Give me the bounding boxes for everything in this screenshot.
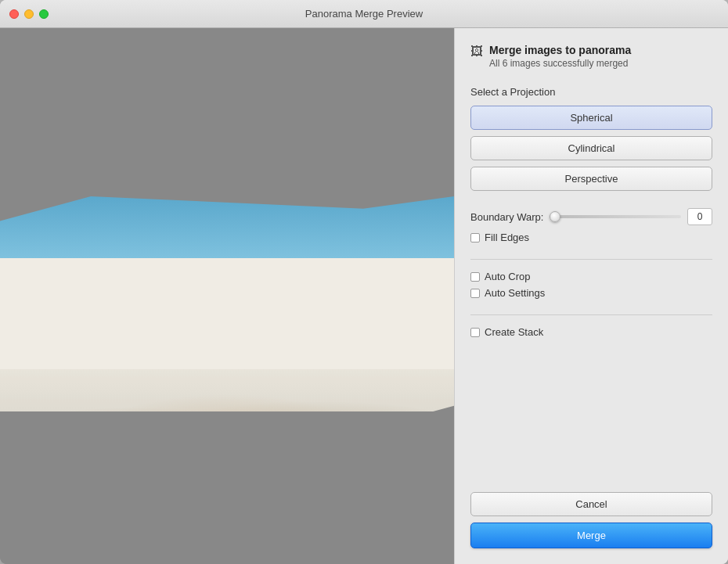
perspective-button[interactable]: Perspective <box>470 167 712 191</box>
bottom-buttons: Cancel Merge <box>470 492 712 548</box>
auto-settings-label: Auto Settings <box>485 287 545 299</box>
divider-2 <box>470 314 712 315</box>
right-panel: 🖼 Merge images to panorama All 6 images … <box>454 28 728 564</box>
content-area: 🖼 Merge images to panorama All 6 images … <box>0 28 728 564</box>
fill-edges-label: Fill Edges <box>485 232 529 243</box>
traffic-lights <box>9 9 49 19</box>
merge-button[interactable]: Merge <box>470 523 712 548</box>
create-stack-row: Create Stack <box>470 326 712 338</box>
panel-subtitle: All 6 images successfully merged <box>489 58 631 69</box>
bottom-gray-area <box>0 411 454 564</box>
panel-header: 🖼 Merge images to panorama All 6 images … <box>470 44 712 69</box>
top-gray-area <box>0 28 454 196</box>
merge-icon: 🖼 <box>470 45 483 59</box>
auto-crop-label: Auto Crop <box>485 271 531 282</box>
panel-title: Merge images to panorama <box>489 44 631 56</box>
building-body <box>0 258 454 382</box>
create-stack-checkbox[interactable] <box>470 328 480 337</box>
auto-crop-checkbox[interactable] <box>470 272 480 282</box>
boundary-warp-label: Boundary Warp: <box>470 211 543 223</box>
slider-thumb[interactable] <box>550 211 560 222</box>
boundary-warp-row: Boundary Warp: 0 <box>470 208 712 225</box>
auto-settings-row: Auto Settings <box>470 287 712 299</box>
window-title: Panorama Merge Preview <box>305 8 423 20</box>
minimize-button[interactable] <box>24 9 34 19</box>
cancel-button[interactable]: Cancel <box>470 492 712 516</box>
create-stack-label: Create Stack <box>485 326 543 338</box>
header-text: Merge images to panorama All 6 images su… <box>489 44 631 69</box>
title-bar: Panorama Merge Preview <box>0 0 728 28</box>
divider-1 <box>470 259 712 260</box>
panorama-clip <box>0 196 454 443</box>
main-window: Panorama Merge Preview <box>0 0 728 564</box>
fill-edges-row: Fill Edges <box>470 232 712 243</box>
projection-label: Select a Projection <box>470 86 712 98</box>
close-button[interactable] <box>9 9 19 19</box>
boundary-warp-value: 0 <box>687 208 712 225</box>
auto-settings-checkbox[interactable] <box>470 289 480 298</box>
spherical-button[interactable]: Spherical <box>470 106 712 130</box>
maximize-button[interactable] <box>39 9 49 19</box>
preview-panel <box>0 28 454 564</box>
boundary-warp-slider[interactable] <box>550 215 681 218</box>
cylindrical-button[interactable]: Cylindrical <box>470 136 712 160</box>
fill-edges-checkbox[interactable] <box>470 233 480 242</box>
auto-crop-row: Auto Crop <box>470 271 712 282</box>
panorama-preview <box>0 196 454 443</box>
